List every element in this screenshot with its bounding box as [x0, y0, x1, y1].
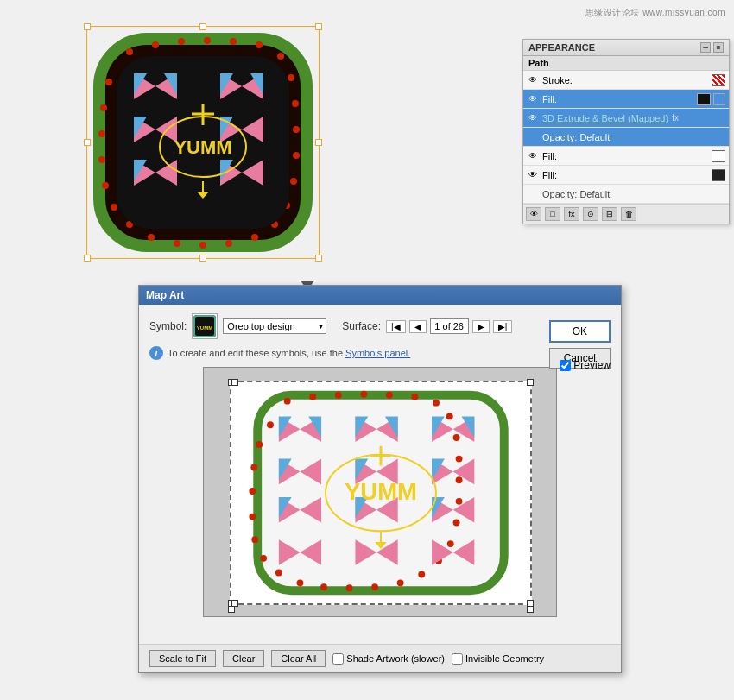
dropdown-arrow: ▼ [317, 323, 324, 331]
handle-tl[interactable] [84, 23, 91, 30]
add-item-icon[interactable]: □ [545, 207, 560, 221]
surface-last-btn[interactable]: ▶| [493, 320, 513, 333]
handle-bl[interactable] [84, 255, 91, 262]
handle-bc[interactable] [199, 255, 206, 262]
symbols-panel-link[interactable]: Symbols panel. [345, 348, 410, 358]
scale-to-fit-button[interactable]: Scale to Fit [149, 650, 216, 667]
preview-handle-br[interactable] [527, 600, 534, 607]
handle-mr[interactable] [315, 139, 322, 146]
invisible-geometry-text: Invisible Geometry [465, 653, 544, 664]
handle-br[interactable] [315, 255, 322, 262]
stroke-label: Stroke: [542, 75, 708, 85]
delete-icon[interactable]: 🗑 [621, 207, 636, 221]
svg-point-81 [320, 583, 327, 590]
preview-label[interactable]: Preview [573, 359, 611, 371]
svg-point-74 [453, 520, 460, 527]
svg-point-86 [249, 514, 256, 520]
3d-effect-link[interactable]: 3D Extrude & Bevel (Mapped) [542, 113, 668, 123]
svg-point-87 [249, 488, 256, 495]
svg-point-80 [346, 584, 353, 591]
symbol-dropdown-container: Oreo top design ▼ [223, 318, 326, 334]
fill-swatch2[interactable] [713, 93, 725, 105]
handle-ml[interactable] [84, 139, 91, 146]
svg-point-73 [456, 498, 463, 505]
preview-checkbox[interactable] [560, 360, 571, 371]
panel-minimize-btn[interactable]: ─ [700, 42, 711, 53]
surface-prev-btn[interactable]: ◀ [409, 320, 427, 333]
svg-point-70 [453, 434, 460, 441]
handle-tr[interactable] [315, 23, 322, 30]
appearance-opacity-row1[interactable]: Opacity: Default [523, 128, 729, 147]
eye-icon-fill-white[interactable]: 👁 [527, 150, 539, 162]
appearance-3d-row[interactable]: 👁 3D Extrude & Bevel (Mapped) fx [523, 109, 729, 128]
appearance-panel: APPEARANCE ─ ≡ Path 👁 Stroke: 👁 Fill: 👁 … [522, 39, 730, 224]
svg-point-77 [418, 571, 425, 578]
svg-point-85 [251, 536, 258, 543]
surface-next-btn[interactable]: ▶ [472, 320, 490, 333]
panel-controls: ─ ≡ [700, 42, 724, 53]
invisible-geometry-label: Invisible Geometry [452, 653, 544, 665]
duplicate-icon[interactable]: ⊙ [583, 207, 598, 221]
fx-icon[interactable]: fx [564, 207, 579, 221]
svg-point-75 [447, 540, 454, 547]
svg-point-88 [250, 464, 257, 471]
preview-handle-mr[interactable] [527, 606, 534, 613]
fill-swatch[interactable] [697, 93, 711, 105]
shade-artwork-label: Shade Artwork (slower) [332, 653, 445, 665]
svg-point-64 [335, 392, 342, 399]
dialog-titlebar: Map Art [139, 286, 621, 305]
fill-white-swatch[interactable] [712, 150, 725, 162]
opacity-label1: Opacity: Default [542, 132, 610, 142]
fill-dark-swatch[interactable] [712, 169, 725, 181]
eye-icon-3d[interactable]: 👁 [527, 112, 539, 124]
appearance-fill-row[interactable]: 👁 Fill: [523, 90, 729, 109]
clear-button[interactable]: Clear [223, 650, 264, 667]
watermark: 思缘设计论坛 www.missvuan.com [585, 7, 725, 19]
svg-point-69 [446, 413, 453, 419]
svg-text:YUMM: YUMM [197, 325, 212, 331]
svg-point-67 [411, 394, 418, 400]
clear-all-button[interactable]: Clear All [271, 650, 326, 667]
surface-first-btn[interactable]: |◀ [386, 320, 406, 333]
eye-icon-fill-dark[interactable]: 👁 [527, 169, 539, 181]
preview-handle-bc[interactable] [231, 600, 238, 607]
symbol-dropdown[interactable]: Oreo top design ▼ [223, 318, 326, 334]
preview-handle-tr[interactable] [527, 379, 534, 386]
fx-badge: fx [672, 113, 679, 123]
eye-icon-fill[interactable]: 👁 [527, 93, 539, 105]
svg-point-90 [267, 421, 274, 428]
appearance-fill-dark-row[interactable]: 👁 Fill: [523, 166, 729, 185]
fill-white-label: Fill: [542, 151, 708, 161]
svg-point-83 [275, 570, 282, 577]
preview-handle-ml[interactable] [228, 606, 235, 613]
align-icon[interactable]: ⊟ [602, 207, 617, 221]
eye-icon-stroke[interactable]: 👁 [527, 74, 539, 86]
svg-text:YUMM: YUMM [345, 478, 417, 505]
panel-menu-btn[interactable]: ≡ [713, 42, 724, 53]
panel-title: APPEARANCE [528, 42, 595, 53]
fill-label: Fill: [542, 94, 693, 104]
svg-point-78 [397, 579, 404, 586]
svg-point-68 [433, 400, 440, 407]
panel-titlebar: APPEARANCE ─ ≡ [523, 40, 729, 56]
svg-point-89 [256, 441, 263, 448]
symbol-preview: YUMM [192, 313, 218, 339]
appearance-stroke-row[interactable]: 👁 Stroke: [523, 71, 729, 90]
canvas-area: YUMM [0, 0, 406, 276]
stroke-swatch[interactable] [712, 74, 725, 86]
info-text: To create and edit these symbols, use th… [168, 348, 410, 358]
preview-handle-tc[interactable] [231, 379, 238, 386]
svg-point-79 [371, 583, 378, 590]
appearance-fill-white-row[interactable]: 👁 Fill: [523, 147, 729, 166]
shade-artwork-checkbox[interactable] [332, 653, 344, 665]
surface-value[interactable]: 1 of 26 [430, 318, 469, 334]
panel-footer: 👁 □ fx ⊙ ⊟ 🗑 [523, 204, 729, 224]
ok-button[interactable]: OK [549, 320, 611, 343]
cookie-object[interactable]: YUMM [86, 26, 320, 259]
invisible-geometry-checkbox[interactable] [452, 653, 463, 665]
svg-point-84 [260, 555, 267, 562]
svg-point-71 [456, 456, 463, 463]
handle-tc[interactable] [199, 23, 206, 30]
info-row: i To create and edit these symbols, use … [149, 346, 611, 360]
visibility-icon[interactable]: 👁 [526, 207, 541, 221]
